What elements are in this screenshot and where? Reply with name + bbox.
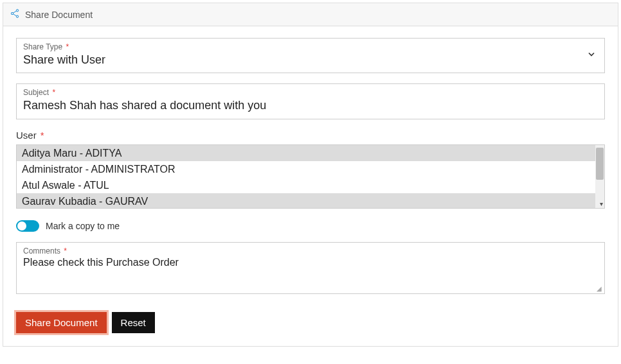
user-option[interactable]: Atul Aswale - ATUL [17, 177, 595, 193]
reset-button[interactable]: Reset [112, 312, 155, 333]
svg-line-3 [13, 11, 16, 13]
share-type-select[interactable]: Share Type * Share with User [16, 38, 605, 73]
mark-copy-label: Mark a copy to me [46, 221, 120, 231]
svg-point-2 [16, 15, 18, 17]
panel-body: Share Type * Share with User Subject * R… [3, 26, 618, 346]
required-marker: * [52, 88, 55, 97]
mark-copy-row: Mark a copy to me [16, 220, 605, 232]
required-marker: * [66, 42, 69, 51]
buttons-row: Share Document Reset [16, 312, 605, 333]
user-group: User * Aditya Maru - ADITYAAdministrator… [16, 130, 605, 209]
svg-point-0 [16, 10, 18, 12]
subject-field[interactable]: Subject * Ramesh Shah has shared a docum… [16, 83, 605, 119]
share-document-button[interactable]: Share Document [16, 312, 107, 333]
comments-label: Comments * [23, 247, 598, 256]
scrollbar-thumb[interactable] [596, 148, 604, 180]
scrollbar[interactable]: ▾ [595, 145, 604, 208]
comments-textarea[interactable] [23, 257, 598, 286]
subject-label: Subject * [23, 88, 598, 97]
user-option[interactable]: Gaurav Kubadia - GAURAV [17, 193, 595, 207]
user-multiselect[interactable]: Aditya Maru - ADITYAAdministrator - ADMI… [16, 144, 605, 209]
toggle-knob [17, 221, 26, 230]
share-type-label: Share Type * [23, 42, 598, 51]
user-option[interactable]: Administrator - ADMINISTRATOR [17, 161, 595, 177]
user-label: User * [16, 130, 605, 141]
user-option[interactable]: Aditya Maru - ADITYA [17, 145, 595, 161]
required-marker: * [40, 130, 44, 141]
mark-copy-toggle[interactable] [16, 220, 39, 232]
required-marker: * [64, 247, 67, 256]
share-type-value: Share with User [23, 53, 598, 67]
scrollbar-down-icon[interactable]: ▾ [600, 201, 603, 207]
share-document-panel: Share Document Share Type * Share with U… [3, 3, 618, 347]
comments-field[interactable]: Comments * ◢ [16, 242, 605, 294]
share-icon [10, 8, 20, 21]
resize-handle-icon[interactable]: ◢ [597, 286, 603, 292]
panel-header: Share Document [3, 3, 618, 26]
subject-value: Ramesh Shah has shared a document with y… [23, 98, 598, 113]
svg-line-4 [13, 14, 16, 16]
panel-title: Share Document [25, 10, 93, 20]
svg-point-1 [11, 12, 13, 14]
